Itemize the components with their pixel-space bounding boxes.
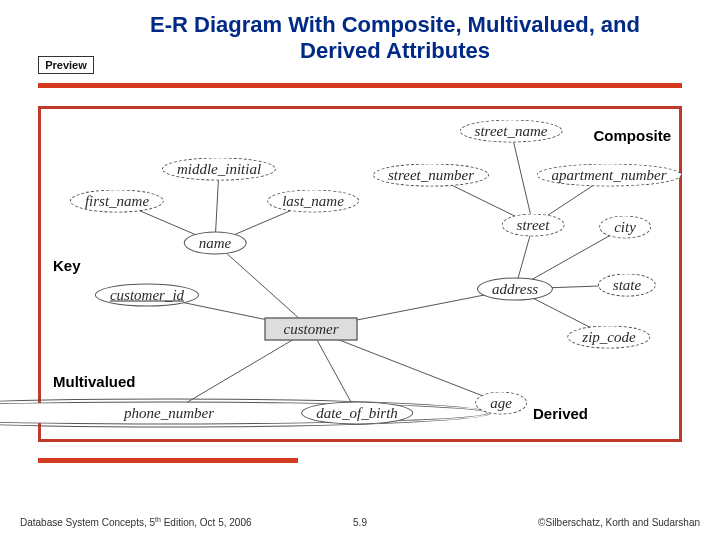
attribute-name: name bbox=[184, 232, 247, 255]
attribute-phone_number: phone_number bbox=[0, 402, 488, 425]
svg-line-4 bbox=[215, 243, 311, 329]
attribute-apartment_number: apartment_number bbox=[537, 164, 682, 187]
title-line-2: Derived Attributes bbox=[300, 38, 490, 63]
title-line-1: E-R Diagram With Composite, Multivalued,… bbox=[150, 12, 640, 37]
attribute-street_number: street_number bbox=[373, 164, 489, 187]
svg-line-2 bbox=[311, 329, 357, 413]
footer-left-a: Database System Concepts, 5 bbox=[20, 517, 155, 528]
diagram-frame: customercustomer_idphone_numberdate_of_b… bbox=[38, 106, 682, 442]
footer-left: Database System Concepts, 5th Edition, O… bbox=[20, 516, 252, 528]
footer-center: 5.9 bbox=[353, 517, 367, 528]
attribute-street: street bbox=[502, 214, 565, 237]
slide-title: E-R Diagram With Composite, Multivalued,… bbox=[100, 12, 690, 65]
attribute-age: age bbox=[475, 392, 527, 415]
attribute-address: address bbox=[477, 278, 553, 301]
svg-line-14 bbox=[511, 131, 533, 225]
attribute-middle_initial: middle_initial bbox=[162, 158, 276, 181]
attribute-state: state bbox=[598, 274, 656, 297]
attribute-zip_code: zip_code bbox=[567, 326, 650, 349]
divider-bottom bbox=[38, 458, 298, 463]
attribute-last_name: last_name bbox=[267, 190, 359, 213]
footer-left-b: Edition, Oct 5, 2006 bbox=[161, 517, 252, 528]
preview-button[interactable]: Preview bbox=[38, 56, 94, 74]
svg-line-1 bbox=[169, 329, 311, 413]
attribute-city: city bbox=[599, 216, 651, 239]
attribute-first_name: first_name bbox=[70, 190, 164, 213]
annotation-derived: Derived bbox=[531, 405, 590, 422]
divider-top bbox=[38, 83, 682, 88]
annotation-multivalued: Multivalued bbox=[51, 373, 138, 390]
footer-right: ©Silberschatz, Korth and Sudarshan bbox=[538, 517, 700, 528]
entity-entity: customer bbox=[265, 318, 358, 341]
slide: E-R Diagram With Composite, Multivalued,… bbox=[0, 0, 720, 540]
annotation-key: Key bbox=[51, 257, 83, 274]
attribute-customer_id: customer_id bbox=[95, 284, 199, 307]
attribute-date_of_birth: date_of_birth bbox=[301, 402, 413, 425]
attribute-street_name: street_name bbox=[460, 120, 563, 143]
annotation-composite: Composite bbox=[591, 127, 673, 144]
